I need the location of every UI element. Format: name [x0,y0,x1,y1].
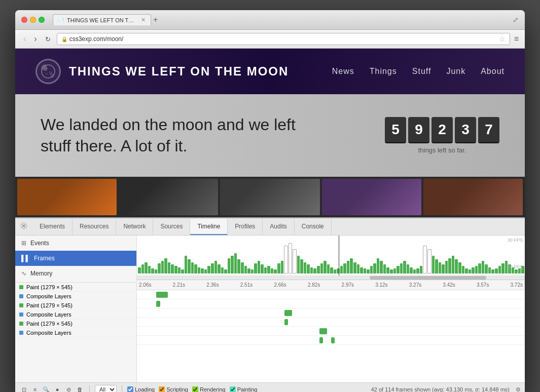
sidebar-item-events[interactable]: ⊞ Events [15,236,136,251]
painting-checkbox[interactable] [230,386,236,392]
checkbox-rendering[interactable]: Rendering [192,386,226,392]
composite-color-2 [19,312,23,317]
svg-point-3 [46,73,48,75]
counter-digit-2: 9 [408,117,429,143]
frame-bar-52 [313,268,316,273]
ruler-mark-0: 2.06s [139,282,151,288]
bookmark-icon[interactable]: ☆ [499,35,506,43]
window-expand-icon[interactable]: ⤢ [513,16,519,24]
forward-button[interactable]: › [32,33,39,45]
frame-bar-25 [221,267,224,273]
tab-resources[interactable]: Resources [73,219,116,235]
tab-network[interactable]: Network [116,219,153,235]
devtools-close-icon[interactable] [15,218,32,235]
close-button[interactable] [21,17,27,23]
event-track-area-1 [137,290,525,299]
checkbox-scripting[interactable]: Scripting [159,386,188,392]
frame-bar-28 [231,256,234,273]
nav-about[interactable]: About [481,67,505,76]
frame-bar-0 [138,267,141,273]
frame-bar-3 [148,266,151,273]
browser-tab[interactable]: 📄 THINGS WE LEFT ON THE M ✕ [53,14,151,25]
event-block-6-1 [319,337,323,343]
checkbox-loading[interactable]: Loading [127,386,155,392]
frame-bar-81 [410,267,413,273]
bottom-icon-stop[interactable]: ⊘ [64,385,73,392]
settings-icon[interactable]: ⚙ [516,386,521,392]
bottom-icon-record[interactable]: ● [53,385,62,392]
maximize-button[interactable] [39,17,45,23]
frame-bar-38 [264,267,267,273]
menu-icon[interactable]: ≡ [514,34,519,44]
fps-60-label: 60 FPS [508,264,523,269]
frame-bar-56 [327,264,330,273]
tab-favicon-icon: 📄 [58,18,64,23]
bottom-icon-dock[interactable]: ⊡ [19,385,28,392]
scripting-checkbox[interactable] [159,386,165,392]
frame-bar-17 [194,264,197,273]
checkbox-painting[interactable]: Painting [230,386,258,392]
tab-profiles[interactable]: Profiles [228,219,263,235]
frame-bar-72 [380,261,383,273]
paint-color-1 [19,285,23,289]
tab-sources[interactable]: Sources [153,219,190,235]
bottom-icon-clear[interactable]: 🗑 [75,385,84,392]
tab-timeline[interactable]: Timeline [190,219,228,235]
loading-label: Loading [135,386,155,392]
new-tab-button[interactable]: + [151,15,160,24]
rendering-label: Rendering [200,386,226,392]
sidebar-item-frames[interactable]: ▌▌ Frames [15,251,136,266]
frame-bar-10 [171,264,174,273]
tab-close-icon[interactable]: ✕ [141,17,146,23]
frame-bar-13 [181,269,184,273]
bottom-icon-search[interactable]: 🔍 [42,385,51,392]
nav-stuff[interactable]: Stuff [412,67,431,76]
devtools-panel: Elements Resources Network Sources Timel… [15,217,525,392]
frame-bar-61 [343,263,346,273]
frame-bar-83 [416,268,419,273]
frame-bar-102 [482,261,485,273]
stats-text: 42 of 114 frames shown (avg: 43.130 ms, … [371,386,510,392]
frame-bar-69 [370,266,373,273]
address-lock-icon: 🔒 [61,36,67,42]
tab-audits[interactable]: Audits [263,219,294,235]
ruler-mark-8: 3.27s [409,282,421,288]
back-button[interactable]: ‹ [21,33,28,45]
svg-point-2 [49,71,52,74]
event-track-area-6 [137,336,525,344]
timeline-overview[interactable]: 30 FPS 60 FPS [137,236,525,276]
bottom-icon-list[interactable]: ≡ [30,385,40,392]
sidebar-item-memory[interactable]: ∿ Memory [15,266,136,281]
frame-bar-50 [307,264,310,273]
rendering-checkbox[interactable] [192,386,198,392]
ruler-marks: 2.06s 2.21s 2.36s 2.51s 2.66s 2.82s 2.97… [139,282,523,288]
nav-things[interactable]: Things [370,67,397,76]
timeline-scrollbar[interactable] [137,276,525,280]
tab-elements[interactable]: Elements [32,219,73,235]
minimize-button[interactable] [30,17,36,23]
frame-bar-85 [423,246,427,273]
loading-checkbox[interactable] [127,386,133,392]
gallery-item-2[interactable] [119,179,218,215]
address-text: css3exp.com/moon/ [69,35,497,43]
tab-console[interactable]: Console [295,219,332,235]
filter-select[interactable]: All [95,385,117,392]
nav-news[interactable]: News [332,67,354,76]
address-bar[interactable]: 🔒 css3exp.com/moon/ ☆ [57,33,510,45]
gallery-item-4[interactable] [322,179,421,215]
nav-junk[interactable]: Junk [446,67,465,76]
composite-color-1 [19,294,23,298]
event-label-6: Composite Layers [26,330,71,336]
frame-bar-92 [448,258,451,273]
frame-bar-84 [420,266,423,273]
frame-bar-22 [211,263,214,273]
frame-bar-19 [201,268,204,273]
gallery-item-5[interactable] [423,179,523,215]
traffic-lights [21,17,45,23]
gallery-item-3[interactable] [220,179,319,215]
frame-bar-32 [244,266,247,273]
refresh-button[interactable]: ↻ [43,34,53,44]
hero-line2: stuff there. A lot of it. [41,136,296,157]
gallery-item-1[interactable] [17,179,117,215]
site-nav: News Things Stuff Junk About [332,67,505,76]
